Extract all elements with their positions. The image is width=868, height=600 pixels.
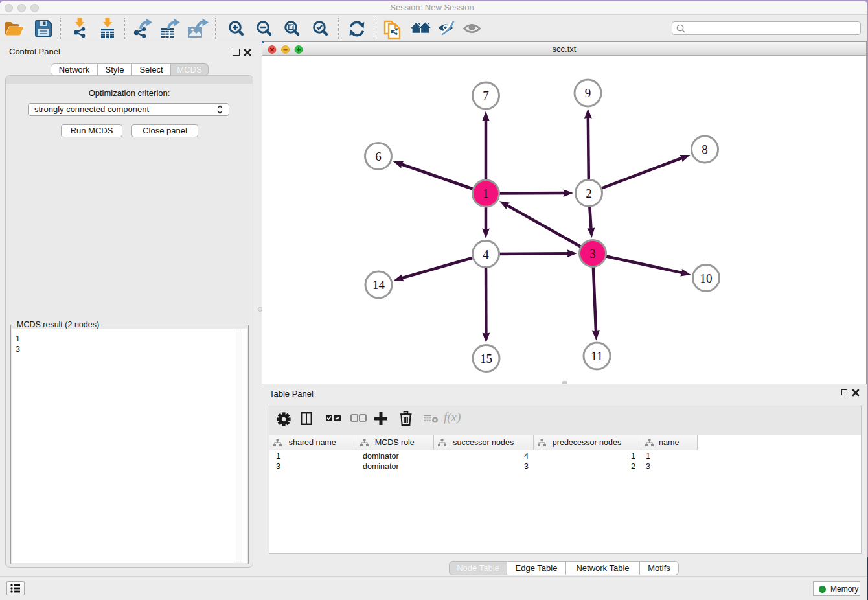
svg-text:2: 2: [586, 187, 592, 200]
svg-text:14: 14: [372, 278, 385, 292]
svg-text:15: 15: [480, 352, 492, 365]
svg-text:9: 9: [585, 86, 591, 100]
svg-text:1: 1: [483, 187, 489, 200]
svg-text:3: 3: [589, 247, 596, 260]
svg-text:6: 6: [375, 150, 382, 163]
svg-text:7: 7: [483, 89, 489, 102]
svg-text:8: 8: [702, 143, 708, 156]
svg-text:10: 10: [700, 271, 713, 285]
svg-text:4: 4: [483, 248, 489, 261]
svg-text:11: 11: [591, 349, 602, 363]
